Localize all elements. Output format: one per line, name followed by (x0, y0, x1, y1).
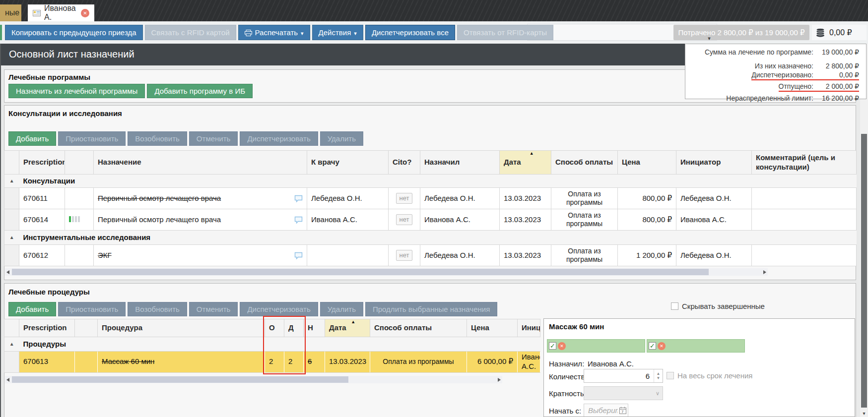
collapse-group-icon[interactable]: ▲ (4, 231, 19, 245)
col-assigned-by[interactable]: Назначил (420, 151, 500, 175)
col-procedure[interactable]: Процедура (98, 319, 265, 337)
window-left-edge (0, 44, 1, 417)
link-rfid-button[interactable]: Связать с RFID картой (145, 25, 236, 40)
col-comment[interactable]: Комментарий (цель и консультации) (752, 151, 857, 175)
scroll-left-icon[interactable] (6, 270, 9, 274)
col-payment[interactable]: Способ оплаты (370, 319, 467, 337)
table-row[interactable]: 670614 Первичный осмотр лечащего врача И… (4, 209, 857, 231)
close-tab-icon[interactable]: ✕ (81, 9, 89, 17)
col-date[interactable]: ▲Дата (500, 151, 551, 175)
consultations-cancel-button[interactable]: Отменить (189, 131, 238, 146)
consultations-pause-button[interactable]: Приостановить (58, 131, 126, 146)
checked-checkbox-icon[interactable]: ✓ (549, 342, 556, 350)
procedures-hscrollbar[interactable] (5, 376, 502, 383)
vertical-scrollbar[interactable]: ▾ (860, 44, 868, 417)
actions-caret-icon: ▾ (354, 30, 357, 36)
procedures-cancel-button[interactable]: Отменить (189, 302, 238, 316)
group-row-consultations[interactable]: ▲ Консультации (4, 175, 857, 188)
copy-previous-visit-button[interactable]: Копировать с предыдущего приезда (5, 25, 143, 40)
tab-partial[interactable]: ные (0, 4, 21, 21)
remove-session-icon[interactable]: ✕ (558, 342, 566, 350)
table-row[interactable]: 670612 ЭКГ нет Лебедева О.Н. 13.03.2023 … (4, 245, 857, 266)
consultations-delete-button[interactable]: Удалить (320, 131, 363, 146)
comment-bubble-icon[interactable] (294, 195, 303, 202)
add-program-button[interactable]: Добавить программу в ИБ (147, 84, 253, 98)
col-o[interactable]: О (265, 319, 284, 337)
actions-button[interactable]: Действия▾ (312, 25, 363, 40)
scroll-down-icon[interactable]: ▾ (861, 411, 867, 416)
unlink-rfid-button[interactable]: Отвязать от RFID-карты (457, 25, 553, 40)
procedures-hscrollbar-thumb[interactable] (12, 376, 348, 383)
col-payment[interactable]: Способ оплаты (551, 151, 618, 175)
consultations-panel: Консультации и исследования Добавить При… (4, 105, 856, 280)
group-row-procedures[interactable]: ▲ Процедуры (4, 337, 540, 352)
session-bar[interactable]: ✓ ✕ (547, 339, 645, 353)
detail-title: Массаж 60 мин (549, 322, 604, 331)
spinner-arrows-icon[interactable]: ▲▼ (654, 369, 663, 382)
table-row[interactable]: 670611 Первичный осмотр лечащего врача Л… (4, 188, 857, 209)
calendar-icon[interactable]: 7 (619, 407, 626, 414)
col-cito[interactable]: Cito? (389, 151, 420, 175)
tab-patient[interactable]: Иванова А. ✕ (28, 4, 94, 21)
collapse-group-icon[interactable]: ▲ (4, 175, 19, 188)
chevron-down-icon: ∨ (656, 390, 660, 397)
page-title: Основной лист назначений (9, 49, 134, 60)
start-date-placeholder: Выберите д (588, 406, 618, 415)
collapse-group-icon[interactable]: ▲ (4, 337, 19, 352)
consultations-hscrollbar-thumb[interactable] (12, 269, 709, 275)
app-window: ные Иванова А. ✕ Копировать с предыдущег… (0, 0, 868, 417)
patient-card-icon (33, 10, 41, 16)
vertical-scrollbar-thumb[interactable] (861, 134, 867, 408)
col-prescription[interactable]: Prescription (19, 319, 75, 337)
col-name[interactable]: Назначение (94, 151, 307, 175)
print-button[interactable]: Распечатать▾ (238, 25, 310, 40)
procedures-add-button[interactable]: Добавить (8, 302, 56, 316)
dispatch-all-button[interactable]: Диспетчеризовать все (365, 25, 455, 40)
consultations-header-row: Prescription Назначение К врачу Cito? На… (4, 151, 857, 175)
toolbar-edge-button[interactable] (0, 25, 2, 40)
col-d[interactable]: Д (284, 319, 304, 337)
cito-badge: нет (396, 193, 413, 204)
assign-from-program-button[interactable]: Назначить из лечебной программы (8, 84, 145, 98)
col-price[interactable]: Цена (467, 319, 518, 337)
tab-partial-label: ные (5, 8, 19, 17)
extend-selected-button[interactable]: Продлить выбранные назначения (365, 302, 497, 316)
comment-bubble-icon[interactable] (294, 252, 303, 259)
full-period-checkbox[interactable] (667, 372, 674, 379)
comment-bubble-icon[interactable] (294, 216, 303, 224)
balance-box[interactable]: 0,00 ₽ (812, 25, 867, 40)
consultations-dispatch-button[interactable]: Диспетчеризовать (240, 131, 318, 146)
procedures-resume-button[interactable]: Возобновить (128, 302, 187, 316)
consultations-hscrollbar[interactable] (5, 268, 768, 276)
start-date-field[interactable]: Выберите д 7 (584, 404, 628, 417)
checked-checkbox-icon[interactable]: ✓ (649, 342, 656, 350)
finance-row-dispatched: Диспетчеризовано: 0,00 ₽ (690, 71, 859, 80)
procedures-pause-button[interactable]: Приостановить (58, 302, 126, 316)
quantity-input[interactable] (584, 369, 663, 383)
printer-icon (245, 30, 252, 36)
scroll-left-icon[interactable] (6, 378, 9, 382)
col-price[interactable]: Цена (618, 151, 676, 175)
frequency-select[interactable]: ∨ (584, 386, 663, 400)
consultations-resume-button[interactable]: Возобновить (128, 131, 187, 146)
quantity-stepper: ▲▼ (584, 369, 663, 383)
session-bar[interactable]: ✓ ✕ (647, 339, 745, 353)
procedures-delete-button[interactable]: Удалить (320, 302, 363, 316)
col-prescription[interactable]: Prescription (19, 151, 65, 175)
procedures-title: Лечебные процедуры (8, 288, 90, 296)
hide-completed-checkbox[interactable] (671, 302, 678, 310)
toolbar-overflow-chevron[interactable]: ▾ (705, 35, 713, 43)
scroll-right-icon[interactable] (498, 378, 501, 382)
selected-procedure-row[interactable]: 670613 Массаж 60 мин 2 2 6 13.03.2023 Оп… (4, 352, 540, 373)
col-initiator[interactable]: Инициатор (518, 319, 540, 337)
col-date[interactable]: ▲Дата (325, 319, 370, 337)
procedures-dispatch-button[interactable]: Диспетчеризовать (240, 302, 318, 316)
consultations-add-button[interactable]: Добавить (8, 131, 56, 146)
remove-session-icon[interactable]: ✕ (658, 342, 666, 350)
col-doctor[interactable]: К врачу (307, 151, 389, 175)
spent-summary[interactable]: Потрачено 2 800,00 ₽ из 19 000,00 ₽ (673, 25, 809, 40)
scroll-right-icon[interactable] (763, 270, 766, 274)
col-n[interactable]: Н (304, 319, 325, 337)
col-initiator[interactable]: Инициатор (676, 151, 752, 175)
group-row-instrumental[interactable]: ▲ Инструментальные исследования (4, 231, 857, 245)
